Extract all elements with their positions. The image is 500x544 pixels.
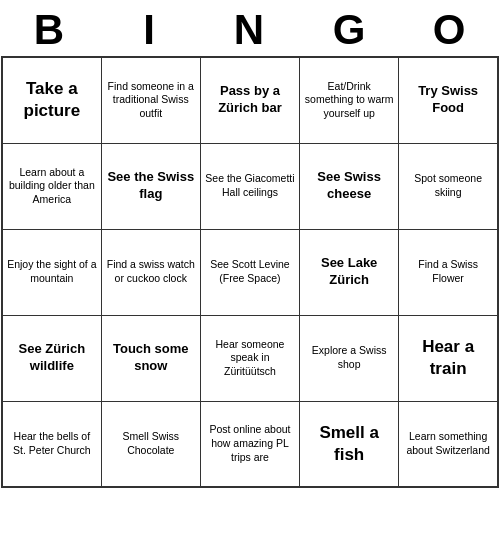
cell-2-4: Find a Swiss Flower [399,229,498,315]
cell-2-0: Enjoy the sight of a mountain [2,229,101,315]
cell-1-2: See the Giacometti Hall ceilings [200,143,299,229]
cell-3-2: Hear someone speak in Züritüütsch [200,315,299,401]
cell-3-4: Hear a train [399,315,498,401]
title-letter: G [300,6,400,54]
cell-0-0: Take a picture [2,57,101,143]
cell-1-3: See Swiss cheese [300,143,399,229]
cell-1-1: See the Swiss flag [101,143,200,229]
bingo-title: BINGO [0,0,500,56]
cell-2-1: Find a swiss watch or cuckoo clock [101,229,200,315]
title-letter: B [0,6,100,54]
cell-3-3: Explore a Swiss shop [300,315,399,401]
title-letter: N [200,6,300,54]
cell-4-0: Hear the bells of St. Peter Church [2,401,101,487]
cell-4-2: Post online about how amazing PL trips a… [200,401,299,487]
cell-4-3: Smell a fish [300,401,399,487]
cell-2-2: See Scott Levine (Free Space) [200,229,299,315]
cell-4-1: Smell Swiss Chocolate [101,401,200,487]
cell-0-2: Pass by a Zürich bar [200,57,299,143]
title-letter: O [400,6,500,54]
cell-3-1: Touch some snow [101,315,200,401]
cell-1-4: Spot someone skiing [399,143,498,229]
cell-0-4: Try Swiss Food [399,57,498,143]
cell-4-4: Learn something about Switzerland [399,401,498,487]
cell-0-3: Eat/Drink something to warm yourself up [300,57,399,143]
title-letter: I [100,6,200,54]
bingo-grid: Take a pictureFind someone in a traditio… [1,56,499,488]
cell-0-1: Find someone in a traditional Swiss outf… [101,57,200,143]
cell-3-0: See Zürich wildlife [2,315,101,401]
cell-2-3: See Lake Zürich [300,229,399,315]
cell-1-0: Learn about a building older than Americ… [2,143,101,229]
